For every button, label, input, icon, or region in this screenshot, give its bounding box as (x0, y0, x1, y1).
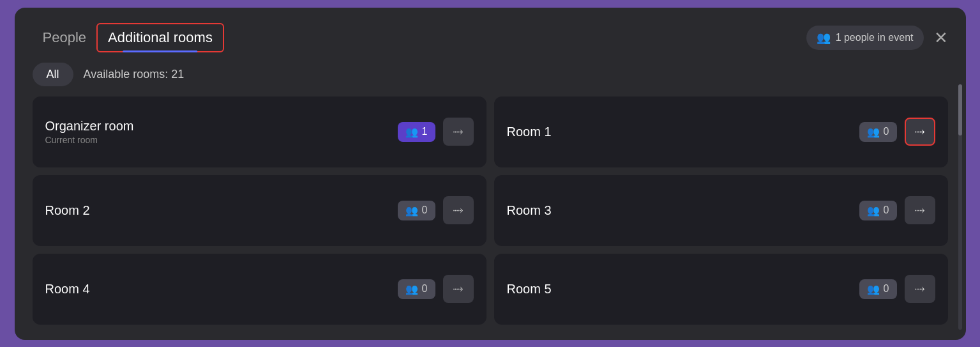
people-count-room2: 👥 0 (398, 201, 435, 220)
room-info-organizer: Organizer room Current room (45, 119, 390, 145)
room-info-room4: Room 4 (45, 282, 390, 297)
people-icon-room3: 👥 (867, 204, 880, 217)
room-name-organizer: Organizer room (45, 119, 390, 134)
people-count-organizer: 👥 1 (398, 122, 435, 142)
rooms-panel: People Additional rooms 👥 1 people in ev… (15, 8, 966, 340)
people-icon-room4: 👥 (405, 283, 418, 295)
available-rooms-text: Available rooms: 21 (84, 68, 185, 81)
enter-button-room2[interactable]: ⤑ (443, 196, 474, 224)
room-name-room2: Room 2 (45, 203, 390, 218)
room-card-room5: Room 5 👥 0 ⤑ (494, 254, 948, 325)
people-icon-room5: 👥 (867, 283, 880, 295)
room-card-room4: Room 4 👥 0 ⤑ (33, 254, 486, 325)
enter-button-room1[interactable]: ⤑ (905, 118, 935, 146)
room-card-organizer: Organizer room Current room 👥 1 ⤑ (33, 96, 486, 167)
room-card-room3: Room 3 👥 0 ⤑ (494, 175, 948, 246)
enter-button-room4[interactable]: ⤑ (443, 275, 474, 303)
room-name-room3: Room 3 (507, 203, 852, 218)
people-count-room3: 👥 0 (859, 201, 897, 220)
room-name-room4: Room 4 (45, 282, 390, 297)
room-info-room2: Room 2 (45, 203, 390, 218)
people-badge-icon: 👥 (817, 31, 831, 45)
people-count-room5: 👥 0 (859, 279, 897, 299)
header-right: 👥 1 people in event ✕ (806, 26, 948, 50)
room-card-room2: Room 2 👥 0 ⤑ (33, 175, 486, 246)
scrollbar-track[interactable] (958, 84, 962, 330)
tab-people-label: People (43, 29, 87, 45)
people-count-value-room2: 0 (422, 204, 428, 216)
people-count-value-room1: 0 (884, 126, 889, 137)
all-filter-label: All (47, 68, 59, 81)
people-count-value-organizer: 1 (422, 126, 428, 137)
scrollbar-thumb[interactable] (958, 84, 962, 135)
rooms-grid: Organizer room Current room 👥 1 ⤑ Room 1… (33, 96, 948, 325)
people-icon-room2: 👥 (405, 204, 418, 217)
people-count-room1: 👥 0 (859, 122, 897, 142)
room-name-room1: Room 1 (507, 125, 852, 139)
all-filter-button[interactable]: All (33, 63, 73, 86)
room-card-room1: Room 1 👥 0 ⤑ (494, 96, 948, 167)
people-count-value-room5: 0 (884, 283, 889, 295)
people-badge-label: 1 people in event (836, 32, 914, 43)
close-button[interactable]: ✕ (934, 29, 948, 46)
room-info-room1: Room 1 (507, 125, 852, 139)
room-info-room3: Room 3 (507, 203, 852, 218)
people-count-value-room3: 0 (884, 204, 889, 216)
people-in-event-badge[interactable]: 👥 1 people in event (806, 26, 924, 50)
room-name-room5: Room 5 (507, 282, 852, 297)
tab-people[interactable]: People (33, 24, 97, 51)
people-icon-organizer: 👥 (405, 126, 418, 138)
room-subtitle-organizer: Current room (45, 135, 390, 145)
close-icon: ✕ (934, 28, 948, 47)
enter-button-room3[interactable]: ⤑ (905, 196, 935, 224)
tab-rooms-label: Additional rooms (108, 29, 213, 45)
enter-button-room5[interactable]: ⤑ (905, 275, 935, 303)
people-count-value-room4: 0 (422, 283, 428, 295)
enter-button-organizer[interactable]: ⤑ (443, 118, 474, 146)
filter-bar: All Available rooms: 21 (33, 63, 948, 86)
room-info-room5: Room 5 (507, 282, 852, 297)
header: People Additional rooms 👥 1 people in ev… (33, 23, 948, 52)
people-count-room4: 👥 0 (398, 279, 435, 299)
tab-additional-rooms[interactable]: Additional rooms (96, 23, 224, 52)
people-icon-room1: 👥 (867, 126, 880, 138)
